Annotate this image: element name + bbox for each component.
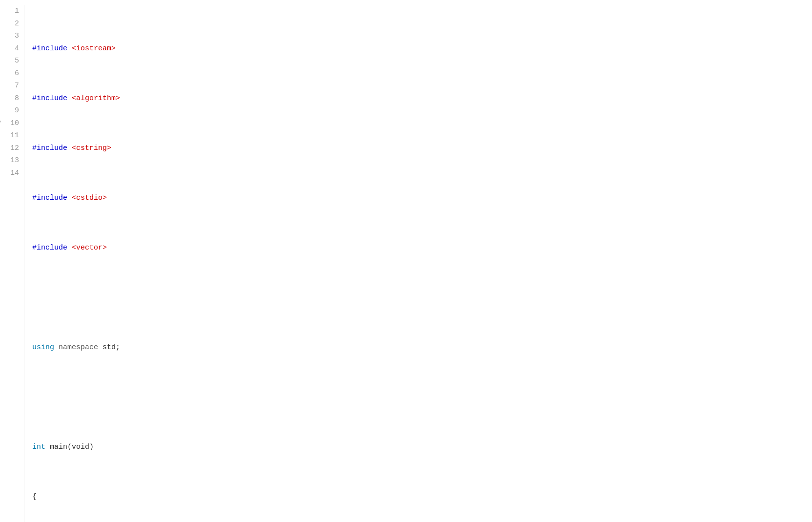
code-line-8 [32, 391, 804, 404]
code-line-3: #include <cstring> [32, 142, 804, 155]
line-3: 3 [5, 30, 19, 42]
line-10: 10 [5, 117, 19, 130]
line-9: 9 [5, 104, 19, 117]
line-7: 7 [5, 80, 19, 92]
line-numbers: 1 2 3 4 5 6 7 8 9 10 11 12 13 14 [0, 5, 24, 522]
line-11: 11 [5, 129, 19, 142]
line-1: 1 [5, 5, 19, 18]
line-13: 13 [5, 154, 19, 167]
code-line-1: #include <iostream> [32, 42, 804, 55]
code-editor[interactable]: 1 2 3 4 5 6 7 8 9 10 11 12 13 14 #includ… [0, 0, 812, 522]
line-8: 8 [5, 92, 19, 105]
line-12: 12 [5, 142, 19, 155]
line-14: 14 [5, 167, 19, 180]
code-line-4: #include <cstdio> [32, 192, 804, 205]
code-line-7: using namespace std; [32, 341, 804, 354]
line-2: 2 [5, 18, 19, 30]
code-line-2: #include <algorithm> [32, 92, 804, 105]
code-line-6 [32, 292, 804, 304]
line-6: 6 [5, 67, 19, 80]
line-4: 4 [5, 42, 19, 55]
code-line-9: int main(void) [32, 441, 804, 454]
code-area: 1 2 3 4 5 6 7 8 9 10 11 12 13 14 #includ… [0, 0, 812, 522]
line-5: 5 [5, 55, 19, 67]
code-line-5: #include <vector> [32, 242, 804, 254]
code-content[interactable]: #include <iostream> #include <algorithm>… [24, 5, 812, 522]
code-line-10: { [32, 491, 804, 503]
